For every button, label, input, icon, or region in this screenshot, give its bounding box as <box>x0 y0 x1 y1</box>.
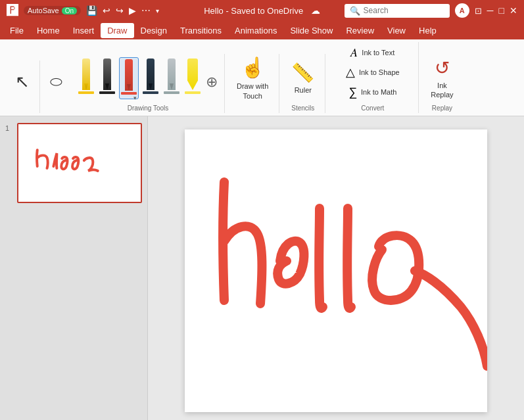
menu-transitions[interactable]: Transitions <box>174 23 228 38</box>
canvas-area <box>148 116 524 420</box>
ribbon-toggle-icon[interactable]: ⊡ <box>475 6 482 16</box>
convert-label: Convert <box>361 105 384 112</box>
ink-to-text-icon: 𝐴 <box>350 46 358 60</box>
pen-tool-2[interactable] <box>98 57 116 99</box>
menu-help[interactable]: Help <box>412 23 443 38</box>
title-bar: 🅿 AutoSave On 💾 ↩ ↪ ▶ ⋯ ▾ Hello - Saved … <box>0 0 524 21</box>
pen-tool-3-active[interactable]: ▾ <box>119 57 139 99</box>
menu-view[interactable]: View <box>381 23 412 38</box>
autosave-toggle[interactable]: AutoSave On <box>24 6 81 15</box>
slide-panel: 1 <box>0 116 148 420</box>
ink-to-math-btn[interactable]: ∑ Ink to Math <box>340 83 406 101</box>
menu-slideshow[interactable]: Slide Show <box>283 23 339 38</box>
title-bar-right: 🔍 A ⊡ ─ □ ✕ <box>345 3 517 18</box>
window-title: Hello - Saved to OneDrive <box>204 6 303 16</box>
drawing-tools-label: Drawing Tools <box>128 105 169 112</box>
present-icon[interactable]: ▶ <box>129 5 136 16</box>
menu-design[interactable]: Design <box>134 23 174 38</box>
ink-to-math-icon: ∑ <box>348 85 357 99</box>
pen-tool-1[interactable] <box>77 57 95 99</box>
pen-tool-5[interactable] <box>162 57 181 99</box>
menu-insert[interactable]: Insert <box>66 23 101 38</box>
touch-icon: ☝ <box>241 56 265 79</box>
slide-canvas[interactable] <box>185 129 487 412</box>
main-area: 1 <box>0 116 524 420</box>
ink-to-text-btn[interactable]: 𝐴 Ink to Text <box>340 43 406 62</box>
search-bar[interactable]: 🔍 <box>345 4 450 18</box>
minimize-btn[interactable]: ─ <box>487 5 494 16</box>
ink-to-shape-icon: △ <box>346 65 355 80</box>
title-bar-left: 🅿 AutoSave On 💾 ↩ ↪ ▶ ⋯ ▾ <box>7 4 159 18</box>
ink-to-shape-btn[interactable]: △ Ink to Shape <box>340 63 406 82</box>
dropdown-icon[interactable]: ▾ <box>156 7 159 14</box>
stencils-label: Stencils <box>291 105 314 112</box>
menu-draw[interactable]: Draw <box>101 23 133 38</box>
title-bar-center: Hello - Saved to OneDrive ☁ <box>204 5 320 16</box>
account-icon[interactable]: A <box>455 3 469 18</box>
replay-icon: ↺ <box>435 57 450 79</box>
ruler-btn[interactable]: 📏 Ruler <box>286 55 320 101</box>
ruler-icon: 📏 <box>291 62 314 83</box>
maximize-btn[interactable]: □ <box>499 5 504 16</box>
ink-to-shape-label: Ink to Shape <box>359 68 400 76</box>
add-pen-icon: ⊕ <box>206 74 218 100</box>
slide-number: 1 <box>5 124 9 132</box>
convert-group: 𝐴 Ink to Text △ Ink to Shape ∑ Ink to Ma… <box>327 42 419 113</box>
menu-review[interactable]: Review <box>339 23 381 38</box>
menu-animations[interactable]: Animations <box>228 23 283 38</box>
lasso-icon: ⬭ <box>50 73 62 90</box>
ink-to-text-label: Ink to Text <box>362 49 394 57</box>
draw-with-touch-btn[interactable]: ☝ Draw withTouch <box>231 55 274 101</box>
more-icon[interactable]: ⋯ <box>141 5 151 16</box>
selection-group: ↖ <box>5 60 40 113</box>
draw-touch-label: Draw withTouch <box>237 82 268 101</box>
replay-group: ↺ InkReplay Replay <box>420 54 464 113</box>
draw-touch-group: ☝ Draw withTouch <box>226 54 279 113</box>
thumbnail-hello-svg <box>21 127 138 199</box>
ink-replay-btn[interactable]: ↺ InkReplay <box>425 55 458 101</box>
menu-bar: File Home Insert Draw Design Transitions… <box>0 21 524 39</box>
upload-icon[interactable]: ☁ <box>311 5 320 16</box>
selection-tool-btn[interactable]: ↖ <box>11 62 34 101</box>
replay-label: Replay <box>432 105 452 112</box>
main-hello-svg <box>185 129 487 412</box>
ink-to-math-label: Ink to Math <box>361 88 396 96</box>
pen-tool-4[interactable] <box>141 57 160 99</box>
search-input[interactable] <box>364 6 449 15</box>
save-icon[interactable]: 💾 <box>86 5 97 16</box>
highlighter-tool[interactable] <box>183 57 202 99</box>
cursor-icon: ↖ <box>15 72 30 92</box>
lasso-tool-btn[interactable]: ⬭ <box>44 62 68 101</box>
stencils-group: 📏 Ruler Stencils <box>281 54 325 113</box>
autosave-label: AutoSave <box>28 7 59 14</box>
slide-thumbnail[interactable] <box>17 123 142 203</box>
close-btn[interactable]: ✕ <box>510 5 517 16</box>
undo-icon[interactable]: ↩ <box>103 5 110 16</box>
app-icon: 🅿 <box>7 4 18 18</box>
pen-tools-group: ▾ <box>72 54 225 113</box>
add-pen-btn[interactable]: ⊕ <box>204 55 219 101</box>
redo-icon[interactable]: ↪ <box>116 5 124 16</box>
ribbon: ↖ ⬭ <box>0 39 524 116</box>
ruler-label: Ruler <box>295 86 312 95</box>
search-icon: 🔍 <box>350 6 360 16</box>
autosave-state: On <box>62 7 77 14</box>
ink-replay-label: InkReplay <box>431 82 453 99</box>
menu-file[interactable]: File <box>3 23 30 38</box>
menu-home[interactable]: Home <box>30 23 66 38</box>
